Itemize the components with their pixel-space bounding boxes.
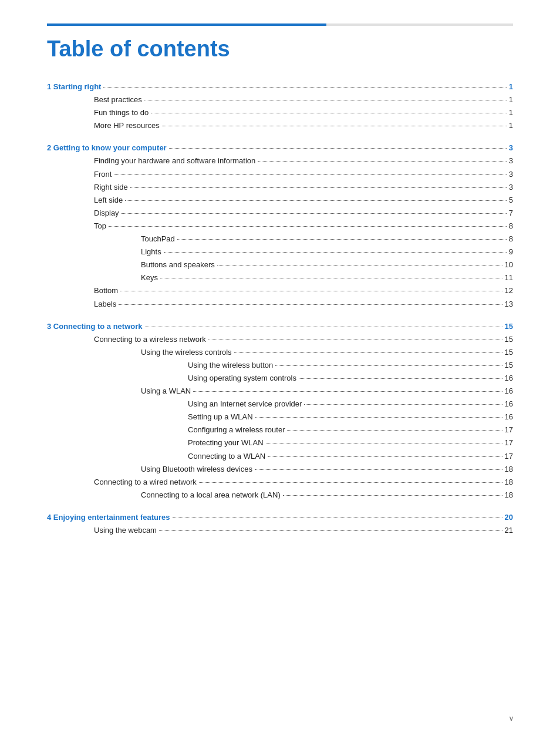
toc-entry[interactable]: Lights9 (47, 246, 513, 258)
entry-text: Front (94, 168, 112, 181)
entry-text: Connecting to a wired network (94, 476, 197, 489)
entry-page-num: 7 (509, 207, 513, 220)
entry-dots (217, 265, 502, 266)
entry-page-num: 1 (509, 119, 513, 132)
entry-text: Buttons and speakers (141, 258, 215, 271)
toc-entry[interactable]: 1 Starting right1 (47, 80, 513, 93)
entry-page-num: 12 (505, 284, 513, 297)
entry-dots (122, 213, 507, 214)
entry-text: Using a WLAN (141, 385, 191, 398)
page-footer: v (510, 714, 513, 723)
toc-entry[interactable]: Right side3 (47, 181, 513, 194)
entry-page-num: 17 (505, 424, 513, 436)
entry-page-num: 8 (509, 233, 513, 246)
page-title: Table of contents (47, 36, 513, 62)
entry-text: 2 Getting to know your computer (47, 142, 167, 154)
toc-entry[interactable]: Best practices1 (47, 93, 513, 106)
entry-page-num: 15 (505, 346, 513, 359)
entry-page-num: 20 (505, 511, 513, 524)
toc-entry[interactable]: TouchPad8 (47, 233, 513, 246)
toc-entry[interactable]: 3 Connecting to a network15 (47, 320, 513, 333)
entry-dots (173, 518, 502, 518)
toc-entry[interactable]: Left side5 (47, 194, 513, 207)
entry-dots (208, 340, 502, 340)
toc-entry[interactable]: Labels13 (47, 298, 513, 311)
entry-text: Bottom (94, 284, 118, 297)
toc-entry[interactable]: Using operating system controls16 (47, 372, 513, 385)
entry-dots (114, 174, 506, 175)
toc-entry[interactable]: Fun things to do1 (47, 106, 513, 119)
entry-page-num: 16 (505, 372, 513, 385)
toc-entry[interactable]: Connecting to a WLAN17 (47, 450, 513, 463)
entry-text: Using an Internet service provider (188, 398, 302, 411)
entry-page-num: 11 (505, 271, 513, 284)
toc-entry[interactable]: Keys11 (47, 271, 513, 284)
toc-entry[interactable]: Connecting to a wired network18 (47, 476, 513, 489)
entry-text: Left side (94, 194, 123, 207)
entry-text: More HP resources (94, 119, 160, 132)
toc-entry[interactable]: Using the wireless button15 (47, 359, 513, 372)
page: Table of contents 1 Starting right1Best … (0, 0, 560, 746)
entry-text: Top (94, 220, 106, 233)
entry-dots (160, 278, 502, 278)
entry-page-num: 3 (509, 181, 513, 194)
toc-entry[interactable]: Front3 (47, 168, 513, 181)
toc-entry[interactable]: Finding your hardware and software infor… (47, 154, 513, 167)
toc-entry[interactable]: 4 Enjoying entertainment features20 (47, 511, 513, 524)
toc-entry[interactable]: More HP resources1 (47, 119, 513, 132)
entry-page-num: 9 (509, 246, 513, 258)
entry-dots (169, 148, 507, 149)
entry-dots (304, 404, 502, 405)
toc-entry[interactable]: Using Bluetooth wireless devices18 (47, 463, 513, 476)
toc-entry[interactable]: Setting up a WLAN16 (47, 411, 513, 424)
toc-entry[interactable]: Bottom12 (47, 284, 513, 297)
entry-text: Using the wireless controls (141, 346, 232, 359)
toc-entry[interactable]: Connecting to a local area network (LAN)… (47, 489, 513, 502)
entry-dots (162, 126, 507, 126)
entry-text: Configuring a wireless router (188, 424, 285, 436)
entry-text: Finding your hardware and software infor… (94, 154, 255, 167)
entry-dots (164, 252, 507, 253)
entry-page-num: 5 (509, 194, 513, 207)
toc-entry[interactable]: 2 Getting to know your computer3 (47, 142, 513, 154)
entry-dots (275, 365, 502, 366)
toc-entry[interactable]: Display7 (47, 207, 513, 220)
entry-page-num: 15 (505, 359, 513, 372)
toc-spacer (47, 311, 513, 320)
entry-dots (125, 200, 507, 201)
toc-entry[interactable]: Using the wireless controls15 (47, 346, 513, 359)
entry-text: Connecting to a local area network (LAN) (141, 489, 281, 502)
toc-entry[interactable]: Buttons and speakers10 (47, 258, 513, 271)
toc-entry[interactable]: Using a WLAN16 (47, 385, 513, 398)
entry-dots (130, 187, 507, 188)
entry-dots (151, 113, 507, 113)
entry-text: Connecting to a wireless network (94, 333, 206, 346)
toc-entry[interactable]: Configuring a wireless router17 (47, 424, 513, 436)
entry-page-num: 18 (505, 463, 513, 476)
toc-spacer (47, 502, 513, 511)
toc-entry[interactable]: Top8 (47, 220, 513, 233)
toc-entry[interactable]: Protecting your WLAN17 (47, 436, 513, 449)
toc-entry[interactable]: Using the webcam21 (47, 524, 513, 537)
entry-dots (255, 417, 502, 418)
entry-dots (120, 291, 502, 291)
entry-text: 4 Enjoying entertainment features (47, 511, 170, 524)
toc-entry[interactable]: Using an Internet service provider16 (47, 398, 513, 411)
entry-text: Keys (141, 271, 158, 284)
entry-text: Display (94, 207, 119, 220)
entry-text: 1 Starting right (47, 80, 101, 93)
entry-page-num: 1 (509, 80, 513, 93)
entry-dots (145, 327, 502, 327)
entry-dots (287, 430, 502, 431)
entry-dots (299, 378, 502, 379)
toc-entry[interactable]: Connecting to a wireless network15 (47, 333, 513, 346)
entry-dots (283, 495, 502, 496)
entry-page-num: 3 (509, 168, 513, 181)
entry-text: Labels (94, 298, 116, 311)
entry-page-num: 3 (509, 154, 513, 167)
entry-dots (144, 100, 507, 100)
entry-text: Best practices (94, 93, 142, 106)
entry-dots (255, 469, 502, 470)
entry-page-num: 15 (505, 320, 513, 333)
entry-page-num: 13 (505, 298, 513, 311)
